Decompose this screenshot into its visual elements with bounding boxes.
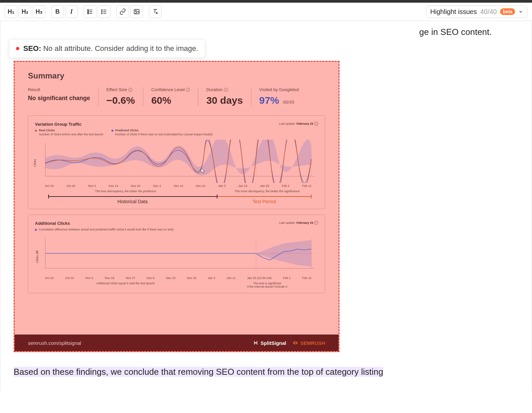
last-update-value: February 22: [296, 221, 313, 224]
info-icon[interactable]: i: [128, 88, 132, 92]
link-button[interactable]: [116, 5, 129, 18]
info-icon[interactable]: i: [186, 88, 190, 92]
legend-dot-icon: [111, 130, 113, 132]
chart1-title: Variation Group Traffic: [35, 122, 318, 127]
image-button[interactable]: [130, 5, 143, 18]
issue-message: No alt attribute. Consider adding it to …: [43, 44, 198, 53]
legend2-name: Predicted Clicks: [115, 129, 139, 132]
heading1-button[interactable]: H₁: [5, 5, 17, 18]
legend2-desc: Number of clicks if there was no test (c…: [115, 133, 213, 136]
effect-size-value: −0.6%: [106, 95, 135, 106]
chevron-down-icon: [518, 9, 523, 14]
summary-title: Summary: [28, 71, 325, 80]
image-footer-bar: semrush.com/splitsignal SplitSignal SEMR…: [15, 335, 338, 351]
chart1-xticks: Oct 15Oct 22Nov 4Nov 14Nov 24Dec 4Dec 14…: [35, 183, 318, 188]
issue-category: SEO:: [23, 44, 41, 53]
legend-dot-icon: [35, 130, 37, 132]
editor-canvas[interactable]: ge in SEO content. SEO: No alt attribute…: [0, 21, 532, 392]
highlight-issues-dropdown[interactable]: Highlight issues 40/40 beta: [426, 6, 527, 18]
info-icon[interactable]: i: [314, 221, 318, 225]
visited-value: 97%: [259, 95, 279, 106]
svg-point-13: [135, 11, 136, 12]
flagged-image[interactable]: Summary Result No significant change Eff…: [14, 61, 339, 352]
chart2-note-right1: The test is significant: [216, 282, 318, 285]
variation-traffic-chart-card: Variation Group Traffic Real ClicksNumbe…: [28, 115, 325, 209]
ordered-list-button[interactable]: 123: [84, 5, 96, 18]
highlight-issues-label: Highlight issues: [430, 8, 477, 16]
chart2-note: Additional clicks equal 0 until the test…: [35, 282, 216, 288]
summary-stats-row: Result No significant change Effect Size…: [28, 87, 325, 106]
severity-dot-icon: [16, 47, 19, 50]
seo-issue-tooltip: SEO: No alt attribute. Consider adding i…: [9, 39, 205, 58]
semrush-logo: SEMRUSH: [292, 340, 325, 346]
window-titlebar: [0, 0, 532, 3]
chart2-legend-desc: Cumulative difference between actual and…: [39, 228, 174, 232]
result-label: Result: [28, 87, 90, 92]
test-period-label: Test Period: [217, 199, 312, 204]
effect-size-label: Effect Size: [106, 87, 127, 92]
chart2-ylabel: Clicks diff: [36, 250, 39, 263]
legend1-name: Real Clicks: [39, 129, 55, 132]
info-icon[interactable]: i: [224, 88, 228, 92]
last-update-value: February 22: [296, 122, 313, 125]
footer-url: semrush.com/splitsignal: [28, 340, 253, 346]
historical-data-label: Historical Data: [48, 199, 217, 204]
clear-formatting-button[interactable]: [149, 5, 162, 18]
chart2-xticks: Oct 22Oct 31Nov 9Nov 18Nov 27Dec 6Dec 15…: [35, 275, 318, 280]
period-bar: [48, 196, 312, 197]
cursor-icon: [201, 168, 205, 174]
body-paragraph: Based on these findings, we conclude tha…: [14, 365, 518, 378]
svg-point-10: [101, 11, 102, 12]
legend1-desc: Number of clicks before and after the te…: [39, 133, 103, 136]
additional-clicks-chart-card: Additional Clicks Cumulative difference …: [28, 214, 325, 293]
confidence-value: 60%: [151, 95, 190, 106]
svg-point-11: [101, 13, 102, 14]
result-value: No significant change: [28, 95, 90, 102]
visited-sub: 48/49: [283, 99, 294, 105]
svg-text:3: 3: [88, 12, 89, 14]
info-icon[interactable]: i: [314, 122, 318, 126]
formatting-toolbar: H₁ H₂ H₃ B I 123 Highlight issues 40/40 …: [0, 3, 532, 21]
heading3-button[interactable]: H₃: [33, 5, 45, 18]
paragraph-fragment-top: ge in SEO content.: [419, 27, 492, 37]
svg-point-9: [101, 10, 102, 11]
chart2-title: Additional Clicks: [35, 221, 318, 226]
italic-button[interactable]: I: [65, 5, 78, 18]
heading2-button[interactable]: H₂: [19, 5, 31, 18]
chart1-ylabel: Clicks: [33, 159, 37, 167]
visited-label: Visited by Googlebot: [259, 87, 299, 92]
duration-label: Duration: [206, 87, 222, 92]
chart1-note-left: The less discrepancy, the better the pre…: [35, 190, 216, 193]
legend-dot-icon: [35, 229, 37, 231]
last-update-label: Last update:: [279, 122, 296, 125]
beta-badge: beta: [500, 8, 515, 15]
unordered-list-button[interactable]: [98, 5, 110, 18]
svg-point-25: [295, 342, 296, 344]
last-update-label: Last update:: [279, 221, 296, 224]
confidence-label: Confidence Level: [151, 87, 185, 92]
chart2-plot: Clicks diff: [35, 235, 318, 275]
highlight-issues-count: 40/40: [480, 8, 497, 16]
splitsignal-logo: SplitSignal: [253, 340, 286, 346]
chart2-note-right2: if the interval doesn't include 0: [216, 285, 318, 288]
chart1-plot: Clicks: [35, 140, 318, 183]
duration-value: 30 days: [206, 95, 243, 106]
bold-button[interactable]: B: [51, 5, 64, 18]
chart1-note-right: The more discrepancy, the better the sig…: [216, 190, 318, 193]
